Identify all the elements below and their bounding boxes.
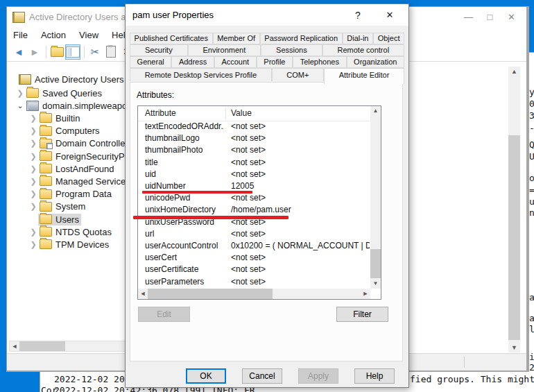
result-pane-scrollbar[interactable]: ▲ ▼ — [508, 67, 520, 352]
tab-password-replication[interactable]: Password Replication — [260, 33, 343, 44]
menu-item-view[interactable]: View — [79, 30, 98, 40]
tree-item-system[interactable]: ❯System — [28, 201, 87, 213]
scrollbar-thumb[interactable] — [508, 135, 520, 340]
cut-button[interactable]: ✂ — [87, 44, 103, 60]
chevron-collapsed-icon[interactable]: ❯ — [28, 139, 38, 148]
help-button[interactable]: Help — [354, 368, 395, 384]
properties-dialog: pam user Properties ? ✕ Published Certif… — [125, 3, 409, 388]
tab-com[interactable]: COM+ — [272, 68, 324, 81]
attribute-row-textencodedoraddr[interactable]: textEncodedORAddr...<not set> — [138, 121, 370, 133]
scrollbar-thumb[interactable] — [148, 289, 273, 299]
tree-item-managed-service-ac[interactable]: ❯Managed Service Ac — [28, 175, 131, 187]
chevron-collapsed-icon[interactable]: ❯ — [28, 240, 38, 249]
maximize-icon[interactable]: □ — [479, 10, 501, 24]
chevron-collapsed-icon[interactable]: ❯ — [28, 114, 38, 123]
scrollbar-thumb[interactable] — [370, 249, 381, 278]
tree-item-computers[interactable]: ❯Computers — [28, 125, 102, 137]
tree-item-root[interactable]: Active Directory Users and — [19, 74, 131, 85]
forward-button[interactable]: ► — [27, 44, 42, 60]
scrollbar-thumb[interactable] — [19, 341, 65, 351]
apply-button[interactable]: Apply — [298, 368, 338, 384]
close-icon[interactable]: ✕ — [381, 8, 399, 22]
scroll-up-icon[interactable]: ▲ — [370, 106, 381, 116]
cancel-button[interactable]: Cancel — [242, 368, 282, 384]
tab-address[interactable]: Address — [171, 56, 214, 68]
tree-horizontal-scrollbar[interactable]: ◄ — [9, 341, 128, 352]
paste-button[interactable] — [103, 44, 119, 60]
tab-remote-desktop-services-profile[interactable]: Remote Desktop Services Profile — [130, 68, 272, 81]
show-console-tree-button[interactable] — [65, 44, 80, 60]
filter-button[interactable]: Filter — [336, 307, 388, 322]
tab-organization[interactable]: Organization — [347, 56, 405, 68]
edit-button[interactable]: Edit — [138, 307, 190, 322]
attribute-row-thumbnaillogo[interactable]: thumbnailLogo<not set> — [138, 133, 370, 144]
attribute-row-unicodepwd[interactable]: unicodePwd<not set> — [138, 192, 370, 204]
tab-general[interactable]: General — [130, 56, 171, 68]
attribute-row-usercertificate[interactable]: userCertificate<not set> — [138, 264, 370, 275]
folder-icon — [40, 202, 52, 212]
list-header[interactable]: Attribute Value — [138, 106, 370, 121]
tab-telephones[interactable]: Telephones — [293, 56, 346, 68]
tab-account[interactable]: Account — [214, 56, 257, 68]
export-list-button[interactable] — [49, 44, 64, 60]
help-icon[interactable]: ? — [350, 8, 365, 22]
attribute-row-title[interactable]: title<not set> — [138, 157, 370, 169]
close-icon[interactable]: ✕ — [501, 10, 522, 24]
tab-sessions[interactable]: Sessions — [261, 44, 322, 56]
column-divider[interactable] — [225, 108, 226, 119]
tab-environment[interactable]: Environment — [188, 44, 261, 56]
tree-item-builtin[interactable]: ❯Builtin — [28, 112, 82, 124]
attribute-row-thumbnailphoto[interactable]: thumbnailPhoto<not set> — [138, 144, 370, 156]
menu-item-file[interactable]: File — [13, 30, 28, 40]
list-vertical-scrollbar[interactable]: ▲ ▼ — [370, 106, 381, 289]
tree-item-label: LostAndFound — [55, 164, 114, 174]
attribute-row-usercert[interactable]: userCert<not set> — [138, 252, 370, 264]
back-button[interactable]: ◄ — [11, 44, 26, 60]
chevron-collapsed-icon[interactable]: ❯ — [28, 228, 38, 237]
scroll-left-icon[interactable]: ◄ — [10, 341, 19, 351]
tree-item-program-data[interactable]: ❯Program Data — [28, 188, 114, 201]
attribute-row-unixhomedirectory[interactable]: unixHomeDirectory/home/pam.user — [138, 204, 370, 216]
tab-dial-in[interactable]: Dial-in — [343, 33, 373, 44]
tree-item-saved-queries[interactable]: ❯Saved Queries — [15, 87, 104, 99]
tree-item-lostandfound[interactable]: ❯LostAndFound — [28, 162, 117, 175]
ok-button[interactable]: OK — [186, 368, 226, 384]
chevron-collapsed-icon[interactable]: ❯ — [28, 164, 38, 173]
tab-security[interactable]: Security — [130, 44, 188, 56]
chevron-expanded-icon[interactable]: ⌄ — [15, 101, 25, 110]
column-header-attribute[interactable]: Attribute — [145, 108, 176, 118]
chevron-collapsed-icon[interactable]: ❯ — [28, 189, 38, 198]
scroll-down-icon[interactable]: ▼ — [508, 343, 520, 352]
tree-item-ntds-quotas[interactable]: ❯NTDS Quotas — [28, 225, 114, 238]
tree-item-domain-controllers[interactable]: ❯Domain Controllers — [28, 137, 131, 150]
dialog-title-bar: pam user Properties ? ✕ — [126, 4, 408, 26]
scroll-right-icon[interactable]: ► — [361, 289, 370, 299]
minimize-icon[interactable]: — — [458, 10, 479, 24]
attribute-row-useraccountcontrol[interactable]: userAccountControl0x10200 = ( NORMAL_ACC… — [138, 240, 370, 252]
tab-profile[interactable]: Profile — [257, 56, 293, 68]
attribute-row-userparameters[interactable]: userParameters<not set> — [138, 276, 370, 288]
menu-item-action[interactable]: Action — [41, 30, 66, 40]
attribute-row-url[interactable]: url<not set> — [138, 228, 370, 240]
desktop: yr0u3c-hQcUror=lutncapaplic2: 2022-12-02… — [0, 0, 534, 392]
tree-item-foreignsecurityprin[interactable]: ❯ForeignSecurityPrin — [28, 150, 131, 162]
column-header-value[interactable]: Value — [231, 108, 252, 118]
tree-item-tpm-devices[interactable]: ❯TPM Devices — [28, 238, 111, 250]
tab-published-certificates[interactable]: Published Certificates — [130, 33, 213, 44]
chevron-collapsed-icon[interactable]: ❯ — [28, 202, 38, 211]
list-horizontal-scrollbar[interactable]: ◄ ► — [138, 289, 370, 299]
scroll-down-icon[interactable]: ▼ — [370, 279, 381, 289]
attribute-row-uid[interactable]: uid<not set> — [138, 169, 370, 180]
tab-object[interactable]: Object — [373, 33, 404, 44]
scroll-up-icon[interactable]: ▲ — [508, 67, 520, 76]
chevron-collapsed-icon[interactable]: ❯ — [15, 89, 25, 98]
chevron-collapsed-icon[interactable]: ❯ — [28, 177, 38, 186]
tab-attribute-editor[interactable]: Attribute Editor — [324, 68, 404, 84]
tree-item-users[interactable]: Users — [28, 213, 81, 225]
scroll-left-icon[interactable]: ◄ — [138, 289, 148, 299]
chevron-collapsed-icon[interactable]: ❯ — [28, 152, 38, 161]
tab-remote-control[interactable]: Remote control — [322, 44, 404, 56]
tab-member-of[interactable]: Member Of — [213, 33, 260, 44]
chevron-collapsed-icon[interactable]: ❯ — [28, 126, 38, 135]
tree-item-domain-simpleweapons[interactable]: ⌄domain.simpleweapons — [15, 99, 131, 112]
